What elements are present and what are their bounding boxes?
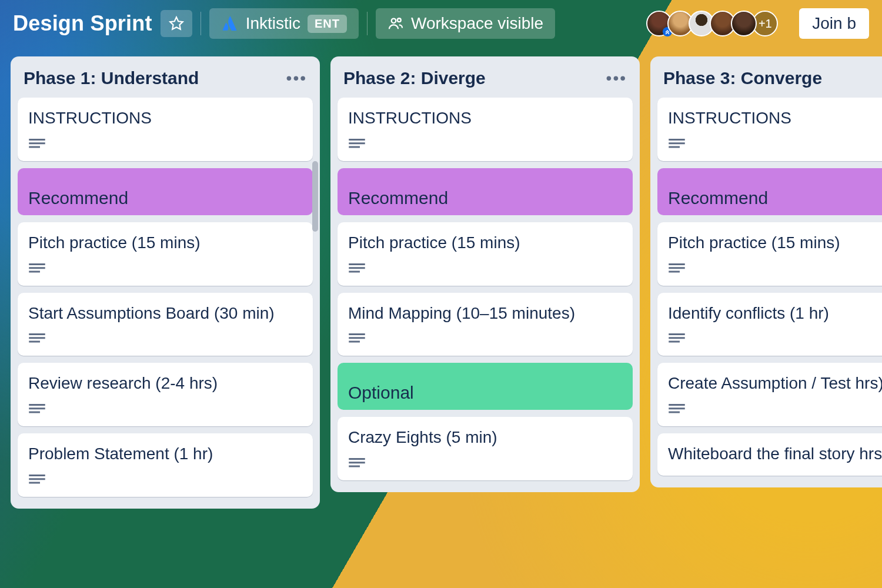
- header-divider: [201, 12, 201, 35]
- workspace-plan-badge: ENT: [308, 15, 347, 33]
- board-list: Phase 3: ConvergeINSTRUCTIONSRecommendPi…: [650, 56, 882, 487]
- people-icon: [387, 15, 404, 32]
- board-card[interactable]: INSTRUCTIONS: [18, 98, 313, 161]
- board-card[interactable]: Review research (2-4 hrs): [18, 363, 313, 426]
- separator-label: Recommend: [668, 188, 882, 208]
- description-icon: [28, 138, 46, 151]
- card-has-description-icon: [28, 403, 302, 416]
- star-button[interactable]: [161, 10, 192, 37]
- board-card[interactable]: Identify conflicts (1 hr): [657, 293, 882, 356]
- board-card[interactable]: Pitch practice (15 mins): [18, 222, 313, 286]
- list-title[interactable]: Phase 2: Diverge: [343, 68, 486, 88]
- member-avatars: +1: [651, 11, 778, 36]
- svg-point-2: [397, 18, 401, 22]
- list-menu-button[interactable]: •••: [606, 69, 627, 88]
- card-has-description-icon: [348, 457, 622, 470]
- description-icon: [28, 262, 46, 275]
- separator-recommend[interactable]: Recommend: [657, 168, 882, 215]
- header-divider: [367, 12, 368, 35]
- workspace-name: Inktistic: [246, 14, 300, 33]
- board-list: Phase 1: Understand•••INSTRUCTIONSRecomm…: [11, 56, 320, 509]
- visibility-button[interactable]: Workspace visible: [376, 8, 555, 39]
- card-title: Pitch practice (15 mins): [668, 232, 882, 254]
- card-has-description-icon: [348, 262, 622, 275]
- list-title[interactable]: Phase 1: Understand: [24, 68, 199, 88]
- separator-label: Recommend: [28, 188, 302, 208]
- card-has-description-icon: [28, 262, 302, 275]
- list-title[interactable]: Phase 3: Converge: [663, 68, 822, 88]
- description-icon: [28, 473, 46, 486]
- card-has-description-icon: [28, 473, 302, 486]
- board-card[interactable]: Start Assumptions Board (30 min): [18, 293, 313, 356]
- separator-recommend[interactable]: Recommend: [338, 168, 633, 215]
- board-canvas[interactable]: Phase 1: Understand•••INSTRUCTIONSRecomm…: [0, 56, 882, 509]
- description-icon: [28, 403, 46, 416]
- join-board-button[interactable]: Join b: [799, 8, 869, 39]
- board-card[interactable]: Mind Mapping (10–15 minutes): [338, 293, 633, 356]
- separator-label: Optional: [348, 383, 622, 403]
- board-card[interactable]: Pitch practice (15 mins): [338, 222, 633, 286]
- description-icon: [668, 332, 686, 345]
- card-title: INSTRUCTIONS: [348, 107, 622, 129]
- card-title: INSTRUCTIONS: [28, 107, 302, 129]
- card-title: Start Assumptions Board (30 min): [28, 302, 302, 325]
- board-card[interactable]: Create Assumption / Test hrs): [657, 363, 882, 426]
- board-card[interactable]: Whiteboard the final story hrs): [657, 433, 882, 476]
- card-has-description-icon: [668, 332, 882, 345]
- card-title: Whiteboard the final story hrs): [668, 443, 882, 465]
- list-menu-button[interactable]: •••: [286, 69, 307, 88]
- card-has-description-icon: [668, 262, 882, 275]
- separator-label: Recommend: [348, 188, 622, 208]
- svg-marker-0: [170, 17, 183, 29]
- card-has-description-icon: [28, 138, 302, 151]
- card-has-description-icon: [668, 138, 882, 151]
- description-icon: [28, 332, 46, 345]
- card-title: Identify conflicts (1 hr): [668, 302, 882, 325]
- board-card[interactable]: INSTRUCTIONS: [657, 98, 882, 161]
- visibility-label: Workspace visible: [411, 14, 543, 33]
- board-title[interactable]: Design Sprint: [13, 11, 152, 36]
- board-card[interactable]: Pitch practice (15 mins): [657, 222, 882, 286]
- card-title: Crazy Eights (5 min): [348, 426, 622, 449]
- svg-point-1: [392, 19, 396, 23]
- description-icon: [668, 262, 686, 275]
- card-title: Pitch practice (15 mins): [348, 232, 622, 254]
- description-icon: [348, 138, 366, 151]
- card-has-description-icon: [668, 403, 882, 416]
- member-avatar[interactable]: [731, 11, 757, 36]
- card-has-description-icon: [348, 332, 622, 345]
- board-list: Phase 2: Diverge•••INSTRUCTIONSRecommend…: [330, 56, 640, 492]
- description-icon: [668, 138, 686, 151]
- card-title: Review research (2-4 hrs): [28, 372, 302, 395]
- card-title: Mind Mapping (10–15 minutes): [348, 302, 622, 325]
- card-has-description-icon: [28, 332, 302, 345]
- card-has-description-icon: [348, 138, 622, 151]
- separator-optional[interactable]: Optional: [338, 363, 633, 410]
- workspace-switcher[interactable]: Inktistic ENT: [209, 8, 359, 39]
- description-icon: [668, 403, 686, 416]
- list-scrollbar-thumb[interactable]: [312, 161, 318, 232]
- atlassian-logo-icon: [221, 15, 239, 32]
- board-card[interactable]: Problem Statement (1 hr): [18, 433, 313, 497]
- card-title: INSTRUCTIONS: [668, 107, 882, 129]
- description-icon: [348, 457, 366, 470]
- star-icon: [169, 16, 184, 31]
- board-card[interactable]: INSTRUCTIONS: [338, 98, 633, 161]
- description-icon: [348, 332, 366, 345]
- card-title: Problem Statement (1 hr): [28, 443, 302, 465]
- description-icon: [348, 262, 366, 275]
- card-title: Pitch practice (15 mins): [28, 232, 302, 254]
- board-card[interactable]: Crazy Eights (5 min): [338, 417, 633, 480]
- separator-recommend[interactable]: Recommend: [18, 168, 313, 215]
- card-title: Create Assumption / Test hrs): [668, 372, 882, 395]
- board-header: Design Sprint Inktistic ENT Workspace vi…: [0, 0, 882, 56]
